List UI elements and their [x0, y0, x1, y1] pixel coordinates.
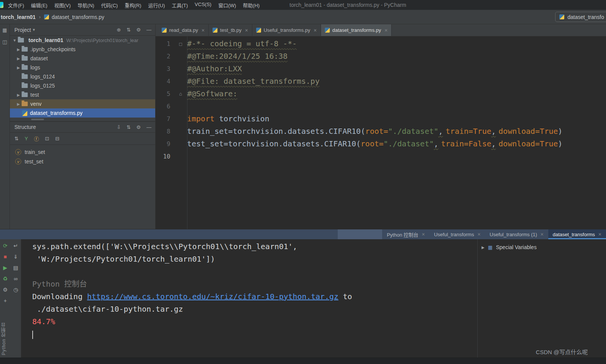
tree-item[interactable]: ▶ logs — [10, 63, 155, 72]
collapse-all-icon[interactable]: ⇅ — [126, 27, 131, 33]
tree-item[interactable]: ▶ test — [10, 90, 155, 99]
menu-item[interactable]: 运行(U) — [145, 2, 168, 9]
menu-item[interactable]: 文件(F) — [5, 2, 28, 9]
menu-item[interactable]: 代码(C) — [98, 2, 121, 9]
menu-item[interactable]: 重构(R) — [121, 2, 145, 9]
close-icon[interactable]: × — [245, 27, 248, 33]
tree-item[interactable]: ▶ dataset — [10, 54, 155, 63]
hide-panel-icon[interactable]: — — [146, 124, 151, 130]
tree-item[interactable]: ▶ venv — [10, 99, 155, 108]
locate-file-icon[interactable]: ⊕ — [117, 27, 121, 33]
history-icon[interactable]: ◷ — [13, 287, 18, 292]
editor-tab-label: Useful_transforms.py — [264, 27, 310, 33]
root-label: torch_learn01 — [28, 37, 63, 43]
project-tool-icon[interactable]: ▦ — [2, 27, 7, 33]
soft-wrap-icon[interactable]: ↵ — [13, 243, 18, 248]
code-token: import — [187, 114, 214, 123]
code-token: download= — [499, 127, 540, 136]
special-variables-label: Special Variables — [496, 244, 537, 250]
editor-tab[interactable]: test_tb.py × — [209, 24, 252, 36]
new-console-icon[interactable]: + — [4, 298, 7, 303]
execute-icon[interactable]: ▶ — [3, 265, 7, 270]
console-tab[interactable]: Useful_transforms (1) × — [485, 229, 548, 239]
item-label: .ipynb_checkpoints — [30, 46, 76, 52]
structure-item[interactable]: v train_set — [10, 147, 155, 157]
editor-tab[interactable]: dataset_transforms.py × — [321, 24, 392, 36]
chevron-icon[interactable]: ▶ — [15, 93, 22, 97]
settings-icon[interactable]: ⚙ — [136, 124, 141, 130]
menu-item[interactable]: 编辑(E) — [28, 2, 51, 9]
settings-icon[interactable]: ⚙ — [136, 27, 141, 33]
chevron-icon[interactable]: ▶ — [15, 47, 22, 52]
rerun-icon[interactable]: ⟳ — [3, 243, 8, 248]
tree-item[interactable]: logs_0124 — [10, 72, 155, 81]
editor-line[interactable]: 8 train_set=torchvision.datasets.CIFAR10… — [156, 125, 606, 138]
status-bar — [0, 358, 606, 364]
close-icon[interactable]: × — [540, 231, 543, 237]
menu-item[interactable]: 窗口(W) — [215, 2, 239, 9]
close-icon[interactable]: × — [477, 231, 480, 237]
sort-alphabetically-icon[interactable]: ⇅ — [14, 136, 19, 141]
editor-line[interactable]: 7 import torchvision — [156, 113, 606, 125]
breadcrumb-file[interactable]: dataset_transforms.py — [44, 14, 104, 20]
project-panel-title[interactable]: Project — [14, 27, 31, 33]
console-link[interactable]: https://www.cs.toronto.edu/~kriz/cifar-1… — [87, 292, 338, 301]
close-icon[interactable]: × — [422, 231, 425, 237]
structure-panel-title[interactable]: Structure — [14, 124, 36, 130]
editor-line[interactable]: ⌂ 5 #@Software: — [156, 88, 606, 100]
restart-console-icon[interactable]: ♻ — [3, 276, 8, 281]
editor-line[interactable]: 6 — [156, 100, 606, 113]
chevron-expanded-icon[interactable]: ▼ — [11, 38, 18, 42]
editor-line[interactable]: 10 — [156, 150, 606, 163]
editor-line[interactable]: 2 #@Time:2024/1/25 16:38 — [156, 50, 606, 63]
show-fields-icon[interactable]: ⓕ — [34, 135, 39, 142]
code-token: download= — [499, 139, 540, 148]
chevron-icon[interactable]: ▶ — [15, 56, 22, 61]
menu-item[interactable]: 视图(V) — [51, 2, 74, 9]
console-prompt-icon[interactable]: ∞ — [14, 276, 17, 281]
menu-item[interactable]: 帮助(H) — [239, 2, 263, 9]
chevron-right-icon[interactable]: ▶ — [482, 245, 485, 249]
structure-item[interactable]: v test_set — [10, 157, 155, 166]
settings-icon[interactable]: ⚙ — [3, 287, 8, 292]
hide-panel-icon[interactable]: — — [146, 27, 151, 33]
console-output[interactable]: sys.path.extend(['W:\\Projects\\Pytorch0… — [21, 239, 477, 358]
console-tab[interactable]: Useful_transforms × — [430, 229, 485, 239]
horizontal-scrollbar-thumb[interactable] — [31, 119, 44, 120]
stop-icon[interactable]: ■ — [4, 254, 7, 259]
tree-item-root[interactable]: ▼ torch_learn01 W:\Projects\Pytorch01\to… — [10, 36, 155, 45]
editor-tab[interactable]: read_data.py × — [158, 24, 209, 36]
console-stripe-button[interactable]: Python 控制台 — [0, 322, 7, 355]
editor-line[interactable]: 4 #@File: dataset_transforms.py — [156, 75, 606, 88]
show-inherited-icon[interactable]: ⊡ — [45, 136, 49, 141]
run-config-selector[interactable]: dataset_transfo — [555, 12, 606, 22]
tree-item[interactable]: logs_0125 — [10, 81, 155, 90]
close-icon[interactable]: × — [384, 27, 387, 33]
code-editor[interactable]: □ 1 #-*- codeing = utf-8 -*- 2 #@Time:20… — [156, 36, 606, 229]
close-icon[interactable]: × — [313, 27, 316, 33]
menu-item[interactable]: 导航(N) — [74, 2, 98, 9]
collapse-nodes-icon[interactable]: ⊟ — [55, 136, 60, 141]
print-icon[interactable]: ▤ — [13, 265, 18, 270]
console-tab[interactable]: dataset_transforms × — [548, 229, 606, 239]
menu-item[interactable]: 工具(T) — [168, 2, 191, 9]
menu-item[interactable]: VCS(S) — [191, 2, 215, 9]
bookmarks-tool-icon[interactable]: ◫ — [2, 39, 7, 45]
tree-item[interactable]: ▶ .ipynb_checkpoints — [10, 45, 155, 54]
editor-line[interactable]: □ 1 #-*- codeing = utf-8 -*- — [156, 38, 606, 50]
console-tab[interactable]: Python 控制台 × — [382, 229, 429, 239]
tree-item[interactable]: dataset_transforms.py — [10, 108, 155, 118]
close-icon[interactable]: × — [598, 231, 601, 237]
scroll-to-end-icon[interactable]: ⇓ — [13, 254, 18, 259]
editor-line[interactable]: 9 test_set=torchvision.datasets.CIFAR10(… — [156, 138, 606, 150]
chevron-icon[interactable]: ▶ — [15, 66, 22, 70]
expand-all-icon[interactable]: ⇩ — [117, 124, 121, 130]
editor-tab[interactable]: Useful_transforms.py × — [252, 24, 321, 36]
collapse-all-icon[interactable]: ⇅ — [126, 124, 131, 130]
chevron-icon[interactable]: ▶ — [15, 102, 22, 106]
editor-line[interactable]: 3 #@Author:LXX — [156, 63, 606, 75]
close-icon[interactable]: × — [201, 27, 205, 33]
breadcrumb-project[interactable]: torch_learn01 — [1, 14, 36, 20]
code-token: True — [540, 127, 558, 136]
filter-icon[interactable]: Y — [25, 136, 28, 141]
